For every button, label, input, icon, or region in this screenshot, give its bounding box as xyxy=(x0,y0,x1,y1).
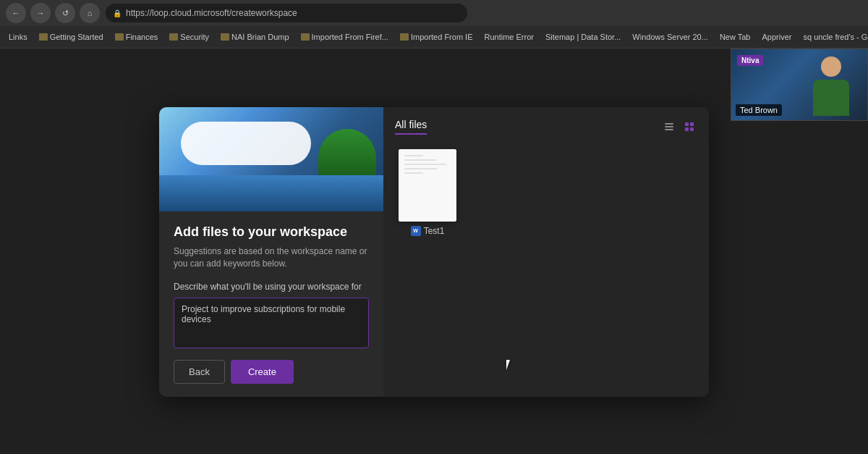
greenery-shape xyxy=(318,129,376,180)
reload-button[interactable]: ↺ xyxy=(55,3,75,23)
textarea-label: Describe what you'll be using your works… xyxy=(174,282,369,292)
svg-rect-6 xyxy=(690,127,694,131)
panel-subtitle: Suggestions are based on the workspace n… xyxy=(174,245,369,270)
file-thumbnail xyxy=(399,149,456,222)
panel-title: Add files to your workspace xyxy=(174,224,369,240)
grid-view-button[interactable] xyxy=(681,119,697,135)
folder-icon xyxy=(169,33,178,41)
browser-controls: ← → ↺ ⌂ xyxy=(6,3,100,23)
svg-rect-0 xyxy=(665,123,673,125)
bookmark-appriver[interactable]: Appriver xyxy=(757,29,796,45)
right-panel: All files xyxy=(383,107,709,397)
file-name-row: W Test1 xyxy=(411,226,445,236)
bookmark-label: Windows Server 20... xyxy=(632,33,708,41)
bookmark-security[interactable]: Security xyxy=(165,29,213,45)
workspace-image xyxy=(159,107,383,211)
bookmark-label: Finances xyxy=(126,33,158,41)
browser-titlebar: ← → ↺ ⌂ 🔒 https://loop.cloud.microsoft/c… xyxy=(0,0,868,26)
file-lines xyxy=(399,149,456,182)
svg-rect-4 xyxy=(690,122,694,126)
bookmark-label: Sitemap | Data Stor... xyxy=(545,33,621,41)
back-button[interactable]: Back xyxy=(174,360,225,384)
list-item[interactable]: W Test1 xyxy=(395,149,460,236)
bookmark-links[interactable]: Links xyxy=(4,29,32,45)
address-bar[interactable]: 🔒 https://loop.cloud.microsoft/createwor… xyxy=(106,4,467,22)
folder-icon xyxy=(400,33,409,41)
bookmark-nai[interactable]: NAI Brian Dump xyxy=(216,29,293,45)
page-content: Ntiva Ted Brown Add files to your worksp… xyxy=(0,49,868,454)
files-title: All files xyxy=(395,119,427,135)
folder-icon xyxy=(221,33,229,41)
bookmark-label: sq uncle fred's - Go... xyxy=(803,33,868,41)
bookmark-label: Imported From IE xyxy=(411,33,473,41)
bookmark-label: Appriver xyxy=(762,33,791,41)
bookmark-label: Getting Started xyxy=(50,33,103,41)
bookmark-label: NAI Brian Dump xyxy=(231,33,289,41)
water-shape xyxy=(159,175,383,211)
bookmark-label: Runtime Error xyxy=(485,33,534,41)
back-button[interactable]: ← xyxy=(6,3,26,23)
dialog-card: Add files to your workspace Suggestions … xyxy=(159,107,709,397)
bookmark-label: Security xyxy=(180,33,209,41)
panel-body: Add files to your workspace Suggestions … xyxy=(159,211,383,397)
video-name-badge: Ted Brown xyxy=(736,104,782,116)
bookmark-finances[interactable]: Finances xyxy=(111,29,163,45)
word-icon: W xyxy=(411,226,421,236)
folder-icon xyxy=(115,33,124,41)
bookmark-label: Links xyxy=(9,33,27,41)
svg-rect-5 xyxy=(685,127,689,131)
file-thumb-content xyxy=(399,149,456,222)
file-line xyxy=(404,164,446,165)
home-button[interactable]: ⌂ xyxy=(80,3,100,23)
lock-icon: 🔒 xyxy=(113,9,122,17)
browser-chrome: ← → ↺ ⌂ 🔒 https://loop.cloud.microsoft/c… xyxy=(0,0,868,49)
bookmark-uncle[interactable]: sq uncle fred's - Go... xyxy=(799,29,868,45)
bookmark-imported-ff[interactable]: Imported From Firef... xyxy=(297,29,393,45)
file-line xyxy=(404,168,437,169)
bookmarks-bar: Links Getting Started Finances Security … xyxy=(0,26,868,48)
create-button[interactable]: Create xyxy=(231,360,294,384)
video-person: Ntiva Ted Brown xyxy=(731,49,867,120)
file-line xyxy=(404,159,437,161)
bookmark-sitemap[interactable]: Sitemap | Data Stor... xyxy=(541,29,625,45)
files-grid: W Test1 xyxy=(395,143,697,236)
bookmark-newtab[interactable]: New Tab xyxy=(715,29,755,45)
cloud-shape xyxy=(181,122,311,165)
file-line xyxy=(404,172,423,174)
folder-icon xyxy=(301,33,310,41)
workspace-description-textarea[interactable] xyxy=(174,298,369,348)
person-head xyxy=(821,56,841,77)
video-overlay: Ntiva Ted Brown xyxy=(731,49,868,121)
person-body xyxy=(813,80,849,116)
bookmark-imported-ie[interactable]: Imported From IE xyxy=(396,29,477,45)
bookmark-label: New Tab xyxy=(720,33,751,41)
svg-rect-1 xyxy=(665,126,673,127)
bookmark-runtime[interactable]: Runtime Error xyxy=(480,29,538,45)
file-line xyxy=(404,155,423,156)
files-title-wrap: All files xyxy=(395,119,427,135)
left-panel: Add files to your workspace Suggestions … xyxy=(159,107,383,397)
panel-actions: Back Create xyxy=(174,348,369,384)
url-text: https://loop.cloud.microsoft/createworks… xyxy=(126,8,297,18)
person-figure xyxy=(809,56,853,114)
folder-icon xyxy=(39,33,48,41)
view-controls xyxy=(661,119,697,135)
bookmark-label: Imported From Firef... xyxy=(312,33,388,41)
svg-rect-3 xyxy=(685,122,689,126)
bookmark-windows[interactable]: Windows Server 20... xyxy=(628,29,712,45)
files-header: All files xyxy=(395,119,697,135)
file-name: Test1 xyxy=(424,226,445,236)
list-view-button[interactable] xyxy=(661,119,677,135)
svg-rect-2 xyxy=(665,129,673,130)
forward-button[interactable]: → xyxy=(30,3,51,23)
video-logo: Ntiva xyxy=(737,55,763,66)
bookmark-getting-started[interactable]: Getting Started xyxy=(35,29,108,45)
